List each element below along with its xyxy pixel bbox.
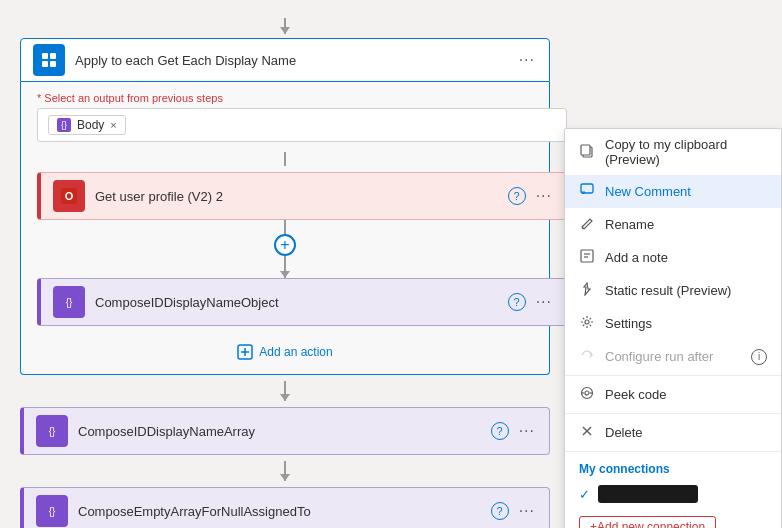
body-tag-icon: {} [57, 118, 71, 132]
peek-code-label: Peek code [605, 387, 666, 402]
body-tag-label: Body [77, 118, 104, 132]
add-step-button-1[interactable]: + [274, 234, 296, 256]
menu-item-delete[interactable]: Delete [565, 416, 781, 449]
get-user-more-button[interactable]: ··· [534, 185, 554, 207]
office-icon: O [53, 180, 85, 212]
add-action-icon [237, 344, 253, 360]
static-result-icon [579, 282, 595, 299]
apply-each-header[interactable]: Apply to each Get Each Display Name ··· [20, 38, 550, 82]
compose-empty-more-button[interactable]: ··· [517, 500, 537, 522]
apply-each-title: Apply to each Get Each Display Name [75, 53, 517, 68]
add-action-button[interactable]: Add an action [237, 344, 332, 360]
svg-rect-3 [50, 61, 56, 67]
apply-each-container: Apply to each Get Each Display Name ··· … [20, 38, 550, 375]
add-connection-area: +Add new connection [579, 506, 767, 528]
delete-label: Delete [605, 425, 643, 440]
settings-icon [579, 315, 595, 332]
body-tag: {} Body × [48, 115, 126, 135]
compose-id-actions: ? ··· [508, 291, 554, 313]
menu-item-peek-code[interactable]: Peek code [565, 378, 781, 411]
compose-array-actions: ? ··· [491, 420, 537, 442]
compose-id-card[interactable]: {} ComposeIDDisplayNameObject ? ··· [37, 278, 567, 326]
connector-after-apply [284, 381, 286, 401]
add-action-area: Add an action [37, 334, 533, 360]
copy-label: Copy to my clipboard (Preview) [605, 137, 767, 167]
compose-array-title: ComposeIDDisplayNameArray [78, 424, 491, 439]
svg-rect-2 [42, 61, 48, 67]
svg-rect-1 [50, 53, 56, 59]
configure-run-icon [579, 348, 595, 365]
menu-item-settings[interactable]: Settings [565, 307, 781, 340]
compose-id-help-button[interactable]: ? [508, 293, 526, 311]
add-action-label: Add an action [259, 345, 332, 359]
apply-each-icon [33, 44, 65, 76]
configure-run-info[interactable]: i [751, 349, 767, 365]
connection-item: ✓ [579, 482, 767, 506]
peek-code-icon [579, 386, 595, 403]
comment-icon [579, 183, 595, 200]
get-user-title: Get user profile (V2) 2 [95, 189, 508, 204]
compose-array-help-button[interactable]: ? [491, 422, 509, 440]
compose-id-dots-icon: ··· [536, 293, 552, 311]
svg-text:{}: {} [66, 297, 73, 308]
menu-item-configure-run[interactable]: Configure run after i [565, 340, 781, 373]
my-connections-section: My connections ✓ +Add new connection [565, 454, 781, 528]
menu-item-copy[interactable]: Copy to my clipboard (Preview) [565, 129, 781, 175]
copy-icon [579, 144, 595, 161]
compose-array-dots-icon: ··· [519, 422, 535, 440]
static-result-label: Static result (Preview) [605, 283, 731, 298]
rename-label: Rename [605, 217, 654, 232]
line-seg-1 [284, 220, 286, 234]
compose-array-icon: {} [36, 415, 68, 447]
add-connection-button[interactable]: +Add new connection [579, 516, 716, 528]
connector-2 [284, 461, 286, 481]
svg-point-23 [585, 391, 589, 395]
dots-icon: ··· [519, 51, 535, 69]
output-input-area[interactable]: {} Body × [37, 108, 567, 142]
compose-empty-icon: {} [36, 495, 68, 527]
rename-icon [579, 216, 595, 233]
compose-array-more-button[interactable]: ··· [517, 420, 537, 442]
inner-connector-1: + [37, 220, 533, 278]
menu-item-new-comment[interactable]: New Comment [565, 175, 781, 208]
svg-text:O: O [65, 190, 74, 202]
compose-array-card[interactable]: {} ComposeIDDisplayNameArray ? ··· [20, 407, 550, 455]
inner-arrow-1 [37, 152, 533, 166]
menu-divider-1 [565, 375, 781, 376]
context-menu: Copy to my clipboard (Preview) New Comme… [564, 128, 782, 528]
menu-item-rename[interactable]: Rename [565, 208, 781, 241]
svg-text:{}: {} [49, 506, 56, 517]
get-user-actions: ? ··· [508, 185, 554, 207]
menu-divider-2 [565, 413, 781, 414]
get-user-help-button[interactable]: ? [508, 187, 526, 205]
menu-divider-3 [565, 451, 781, 452]
select-output-label: * Select an output from previous steps [37, 92, 533, 104]
new-comment-label: New Comment [605, 184, 691, 199]
compose-id-title: ComposeIDDisplayNameObject [95, 295, 508, 310]
flow-canvas: Apply to each Get Each Display Name ··· … [0, 0, 570, 528]
compose-empty-title: ComposeEmptyArrayForNullAssignedTo [78, 504, 491, 519]
add-note-label: Add a note [605, 250, 668, 265]
compose-id-more-button[interactable]: ··· [534, 291, 554, 313]
compose-empty-dots-icon: ··· [519, 502, 535, 520]
body-tag-remove[interactable]: × [110, 119, 116, 131]
note-icon [579, 249, 595, 266]
apply-each-actions: ··· [517, 49, 537, 71]
svg-rect-18 [581, 250, 593, 262]
connection-name [598, 485, 698, 503]
connection-check-icon: ✓ [579, 487, 590, 502]
settings-label: Settings [605, 316, 652, 331]
svg-point-21 [585, 320, 589, 324]
menu-item-add-note[interactable]: Add a note [565, 241, 781, 274]
menu-item-static-result[interactable]: Static result (Preview) [565, 274, 781, 307]
compose-empty-help-button[interactable]: ? [491, 502, 509, 520]
line-seg-2 [284, 256, 286, 270]
get-user-dots-icon: ··· [536, 187, 552, 205]
compose-empty-card[interactable]: {} ComposeEmptyArrayForNullAssignedTo ? … [20, 487, 550, 528]
apply-each-more-button[interactable]: ··· [517, 49, 537, 71]
svg-rect-16 [581, 145, 590, 155]
compose-id-icon: {} [53, 286, 85, 318]
get-user-card[interactable]: O Get user profile (V2) 2 ? ··· [37, 172, 567, 220]
top-connector [284, 10, 286, 38]
apply-each-body: * Select an output from previous steps {… [20, 82, 550, 375]
